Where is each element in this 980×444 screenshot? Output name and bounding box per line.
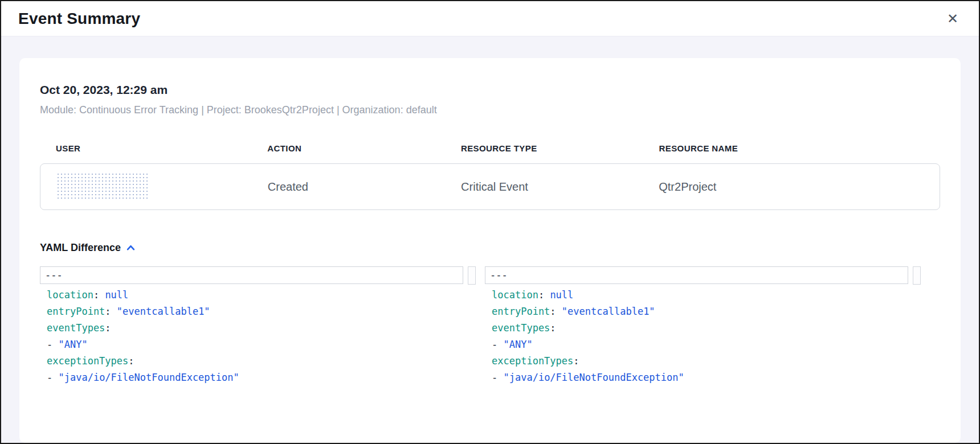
modal-title: Event Summary (18, 10, 140, 28)
column-header-user: USER (40, 143, 251, 153)
yaml-scrollbar-left[interactable] (468, 266, 476, 285)
yaml-line: - "java/io/FileNotFoundException" (40, 369, 476, 386)
yaml-difference-header: YAML Difference (40, 242, 940, 254)
yaml-line: --- (485, 266, 908, 284)
table-row: Created Critical Event Qtr2Project (40, 163, 940, 210)
yaml-diff-panels: ---location: nullentryPoint: "eventcalla… (40, 266, 940, 403)
modal-body: Oct 20, 2023, 12:29 am Module: Continuou… (1, 36, 979, 443)
yaml-difference-section: YAML Difference ---location: nullentryPo… (40, 242, 940, 403)
audit-table-headers: USER ACTION RESOURCE TYPE RESOURCE NAME (40, 143, 940, 153)
yaml-line: --- (40, 266, 463, 284)
yaml-line: eventTypes: (485, 320, 921, 336)
yaml-line: exceptionTypes: (485, 353, 921, 369)
modal-header: Event Summary ✕ (1, 1, 979, 36)
yaml-panel-left: ---location: nullentryPoint: "eventcalla… (40, 266, 476, 403)
resource-name-cell: Qtr2Project (643, 180, 940, 194)
yaml-line: eventTypes: (40, 320, 476, 336)
close-icon[interactable]: ✕ (944, 10, 962, 28)
yaml-line: location: null (485, 287, 921, 303)
yaml-difference-label: YAML Difference (40, 242, 121, 254)
yaml-code: ---location: nullentryPoint: "eventcalla… (40, 266, 476, 386)
event-summary-modal: Event Summary ✕ Oct 20, 2023, 12:29 am M… (0, 0, 980, 444)
event-card: Oct 20, 2023, 12:29 am Module: Continuou… (19, 58, 961, 443)
column-header-resource-type: RESOURCE TYPE (445, 143, 643, 153)
event-timestamp: Oct 20, 2023, 12:29 am (40, 83, 940, 97)
user-cell (40, 172, 252, 201)
resource-type-cell: Critical Event (445, 180, 643, 194)
yaml-line: location: null (40, 287, 476, 303)
yaml-line: entryPoint: "eventcallable1" (40, 303, 476, 320)
action-cell: Created (252, 180, 445, 194)
audit-table: USER ACTION RESOURCE TYPE RESOURCE NAME … (40, 143, 940, 210)
event-meta: Module: Continuous Error Tracking | Proj… (40, 104, 940, 116)
yaml-line: - "ANY" (40, 336, 476, 353)
yaml-panel-right: ---location: nullentryPoint: "eventcalla… (485, 266, 921, 403)
yaml-code: ---location: nullentryPoint: "eventcalla… (485, 266, 921, 386)
chevron-up-icon[interactable] (126, 243, 136, 253)
column-header-resource-name: RESOURCE NAME (643, 143, 940, 153)
yaml-line: - "java/io/FileNotFoundException" (485, 369, 921, 386)
yaml-line: - "ANY" (485, 336, 921, 353)
column-header-action: ACTION (251, 143, 445, 153)
yaml-line: exceptionTypes: (40, 353, 476, 369)
yaml-scrollbar-right[interactable] (913, 266, 921, 285)
user-redacted-avatar (56, 172, 148, 201)
yaml-line: entryPoint: "eventcallable1" (485, 303, 921, 320)
